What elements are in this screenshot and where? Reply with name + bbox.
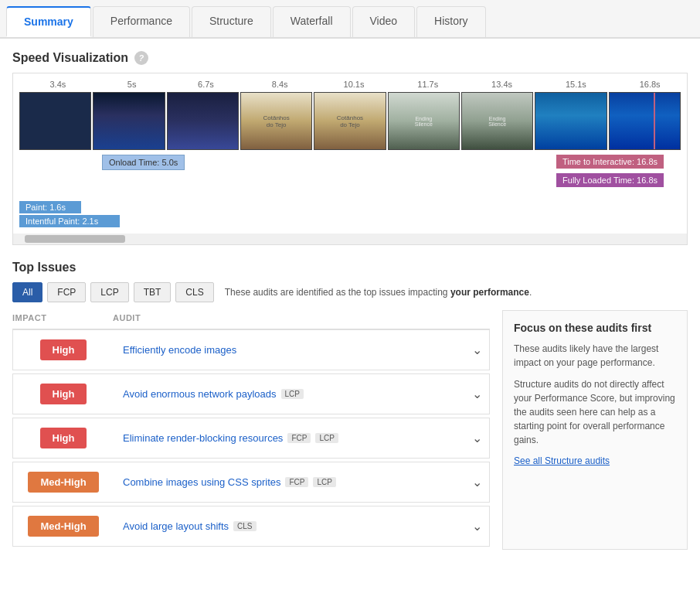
timeline-label-0: 3.4s (21, 80, 95, 89)
tag-lcp-3: LCP (313, 477, 335, 487)
frame-3[interactable]: Cotānhosdo Tejo (240, 92, 312, 150)
audit-cell-0[interactable]: Efficiently encode images (114, 336, 466, 363)
tab-history[interactable]: History (416, 6, 486, 37)
speed-viz-title: Speed Visualization (12, 51, 128, 65)
frame-8[interactable] (609, 92, 681, 150)
filter-description: These audits are identified as the top i… (225, 287, 532, 298)
issues-body: IMPACT AUDIT High Efficiently encode ima… (12, 310, 688, 550)
tag-lcp-1: LCP (281, 389, 304, 399)
focus-text-2: Structure audits do not directly affect … (514, 377, 676, 447)
tti-annotation: Time to Interactive: 16.8s (556, 155, 664, 169)
tab-video[interactable]: Video (352, 6, 416, 37)
frame-1[interactable] (93, 92, 165, 150)
filter-cls[interactable]: CLS (175, 282, 213, 302)
timeline-labels: 3.4s 5s 6.7s 8.4s 10.1s 11.7s 13.4s 15.1… (13, 80, 687, 92)
audit-cell-1[interactable]: Avoid enormous network payloads LCP (114, 380, 466, 408)
tab-bar: Summary Performance Structure Waterfall … (0, 0, 700, 39)
tab-waterfall[interactable]: Waterfall (273, 6, 351, 37)
frame-4[interactable]: Cotānhosdo Tejo (314, 92, 386, 150)
first-paint-bar: Paint: 1.6s (19, 201, 81, 213)
tab-summary[interactable]: Summary (6, 6, 91, 37)
timeline-label-2: 6.7s (169, 80, 243, 89)
audit-cell-4[interactable]: Avoid large layout shifts CLS (114, 513, 466, 540)
tag-cls-4: CLS (233, 521, 256, 531)
issues-header: IMPACT AUDIT (12, 310, 490, 329)
fully-loaded-annotation: Fully Loaded Time: 16.8s (556, 173, 664, 187)
frame-6[interactable]: EndingSilence (461, 92, 533, 150)
impact-cell-3: Med-High (13, 462, 114, 502)
onload-annotation: Onload Time: 5.0s (102, 155, 185, 170)
main-content: Speed Visualization ? 3.4s 5s 6.7s 8.4s … (0, 39, 700, 550)
frame-2[interactable] (167, 92, 239, 150)
issue-row-0: High Efficiently encode images ⌄ (12, 329, 490, 370)
frame-0[interactable] (19, 92, 91, 150)
see-all-structure-link[interactable]: See all Structure audits (514, 455, 610, 466)
timeline-label-8: 16.8s (613, 80, 687, 89)
impact-column-header: IMPACT (12, 313, 113, 322)
timeline-label-7: 15.1s (539, 80, 613, 89)
impact-badge-3: Med-High (28, 472, 98, 493)
tag-fcp-3: FCP (285, 477, 308, 487)
speed-viz-section: Speed Visualization ? (12, 51, 688, 65)
top-issues-title: Top Issues (12, 261, 688, 275)
filmstrip-wrapper: 3.4s 5s 6.7s 8.4s 10.1s 11.7s 13.4s 15.1… (12, 73, 688, 245)
chevron-4[interactable]: ⌄ (466, 513, 489, 540)
tab-performance[interactable]: Performance (93, 6, 190, 37)
chevron-0[interactable]: ⌄ (466, 336, 489, 363)
paint-bars: Paint: 1.6s Intentful Paint: 2.1s (13, 198, 687, 234)
chevron-2[interactable]: ⌄ (466, 425, 489, 452)
annotations: Onload Time: 5.0s Time to Interactive: 1… (13, 152, 687, 198)
tag-lcp-2: LCP (315, 433, 338, 443)
audit-cell-3[interactable]: Combine images using CSS sprites FCP LCP (114, 469, 466, 496)
filter-row: All FCP LCP TBT CLS These audits are ide… (12, 282, 688, 302)
tag-fcp-2: FCP (287, 433, 311, 443)
audit-cell-2[interactable]: Eliminate render-blocking resources FCP … (114, 425, 466, 452)
impact-cell-2: High (13, 418, 114, 458)
impact-badge-4: Med-High (28, 516, 98, 537)
meaningful-paint-bar: Intentful Paint: 2.1s (19, 215, 120, 227)
focus-title: Focus on these audits first (514, 322, 676, 334)
filmstrip-scrollbar[interactable] (13, 234, 687, 244)
issue-row-4: Med-High Avoid large layout shifts CLS ⌄ (12, 506, 490, 547)
scrollbar-thumb[interactable] (25, 235, 125, 243)
filter-fcp[interactable]: FCP (47, 282, 86, 302)
focus-box: Focus on these audits first These audits… (502, 310, 688, 550)
filmstrip-frames: Cotānhosdo Tejo Cotānhosdo Tejo EndingSi… (13, 92, 687, 150)
filter-lcp[interactable]: LCP (90, 282, 128, 302)
frame-5[interactable]: EndingSilence (388, 92, 460, 150)
help-icon[interactable]: ? (134, 51, 148, 65)
timeline-label-3: 8.4s (243, 80, 317, 89)
chevron-3[interactable]: ⌄ (466, 469, 489, 496)
tab-structure[interactable]: Structure (192, 6, 271, 37)
timeline-label-4: 10.1s (317, 80, 391, 89)
impact-badge-1: High (40, 384, 87, 404)
issue-row-1: High Avoid enormous network payloads LCP… (12, 373, 490, 414)
chevron-1[interactable]: ⌄ (466, 380, 489, 408)
issue-row-3: Med-High Combine images using CSS sprite… (12, 462, 490, 503)
impact-badge-2: High (40, 428, 87, 448)
impact-cell-1: High (13, 374, 114, 414)
impact-cell-4: Med-High (13, 506, 114, 546)
impact-cell-0: High (13, 330, 114, 370)
timeline-label-1: 5s (95, 80, 169, 89)
filter-all[interactable]: All (12, 282, 42, 302)
audit-column-header: AUDIT (113, 313, 490, 322)
timeline-label-6: 13.4s (465, 80, 539, 89)
timeline-label-5: 11.7s (391, 80, 465, 89)
filter-tbt[interactable]: TBT (134, 282, 172, 302)
issue-row-2: High Eliminate render-blocking resources… (12, 418, 490, 459)
focus-text-1: These audits likely have the largest imp… (514, 342, 676, 370)
impact-badge-0: High (40, 339, 87, 360)
issues-list: IMPACT AUDIT High Efficiently encode ima… (12, 310, 490, 550)
frame-7[interactable] (535, 92, 607, 150)
top-issues-section: Top Issues All FCP LCP TBT CLS These aud… (12, 261, 688, 550)
